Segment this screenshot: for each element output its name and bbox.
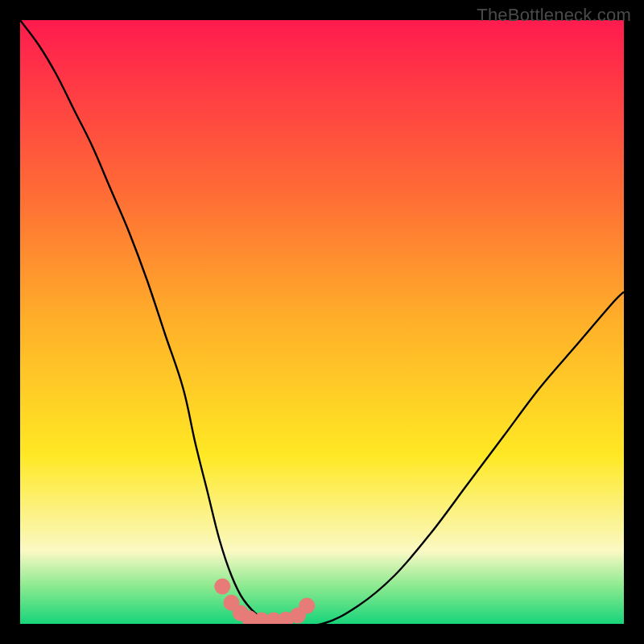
marker-dot — [299, 598, 315, 614]
gradient-background — [20, 20, 624, 624]
chart-svg — [20, 20, 624, 624]
watermark-text: TheBottleneck.com — [477, 5, 631, 26]
plot-area — [20, 20, 624, 624]
marker-dot — [214, 579, 230, 595]
outer-frame: TheBottleneck.com — [0, 0, 644, 644]
